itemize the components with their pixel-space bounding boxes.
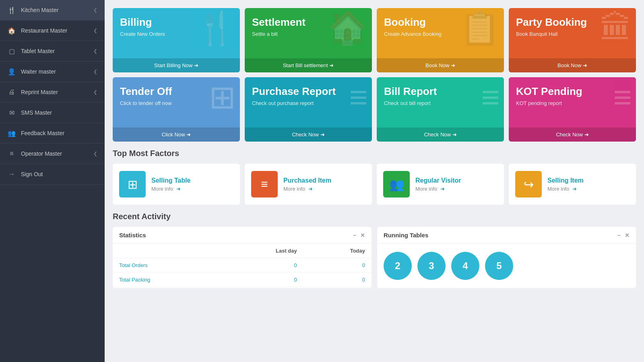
- card-purchase-report[interactable]: ≡ Purchase Report Check out purchase rep…: [245, 77, 372, 142]
- card-settlement[interactable]: 🏠 Settlement Settle a bill Start Bill se…: [245, 8, 372, 72]
- sms-master-icon: ✉: [7, 108, 16, 117]
- sidebar: 🍴 Kitchen Master ❮ 🏠 Restaurant Master ❮…: [0, 0, 105, 362]
- statistics-table: Last day Today Total Orders 0 0 Total Pa…: [113, 244, 372, 287]
- booking-action[interactable]: Book Now ➜: [377, 58, 504, 72]
- statistics-minimize[interactable]: −: [353, 232, 356, 239]
- regular-visitor-more-icon: ➜: [440, 186, 445, 192]
- regular-visitor-more[interactable]: More info ➜: [415, 186, 461, 192]
- sidebar-item-operator-master[interactable]: ≡ Operator Master ❮: [0, 144, 105, 164]
- sidebar-item-sms-master[interactable]: ✉ SMS Master: [0, 103, 105, 123]
- statistics-card: Statistics − ✕ Last day Today Total Orde…: [113, 227, 372, 288]
- table-row: Total Packing 0 0: [113, 273, 372, 287]
- bill-report-subtitle: Check out bill report: [384, 100, 497, 106]
- sidebar-item-tablet-master[interactable]: ▢ Tablet Master ❮: [0, 41, 105, 62]
- sidebar-label-waiter-master: Waiter master: [21, 68, 93, 75]
- regular-visitor-name: Regular Visitor: [415, 177, 461, 184]
- factors-grid: ⊞ Selling Table More info ➜ ≡ Purchased …: [113, 164, 636, 205]
- selling-item-more[interactable]: More info ➜: [547, 186, 584, 192]
- selling-item-more-icon: ➜: [572, 186, 577, 192]
- card-kot-pending[interactable]: ≡ KOT Pending KOT pending report Check N…: [509, 77, 636, 142]
- chevron-icon-reprint-master: ❮: [93, 89, 97, 95]
- settlement-title: Settlement: [252, 16, 365, 29]
- billing-action[interactable]: Start Billing Now ➜: [113, 58, 240, 72]
- factor-card-selling-table[interactable]: ⊞ Selling Table More info ➜: [113, 164, 240, 205]
- purchase-report-subtitle: Check out purchase report: [252, 100, 365, 106]
- selling-table-name: Selling Table: [151, 177, 191, 184]
- bill-report-title: Bill Report: [384, 85, 497, 98]
- purchase-report-action[interactable]: Check Now ➜: [245, 128, 372, 142]
- card-party-booking[interactable]: 🏛 Party Booking Book Banquit Hall Book N…: [509, 8, 636, 72]
- stat-today: 0: [303, 258, 372, 273]
- running-tables-circles: 2345: [377, 244, 636, 288]
- selling-table-icon: ⊞: [119, 171, 146, 197]
- sidebar-label-restaurant-master: Restaurant Master: [21, 27, 93, 34]
- statistics-title: Statistics: [119, 232, 146, 239]
- selling-table-more[interactable]: More info ➜: [151, 186, 191, 192]
- party-booking-action[interactable]: Book Now ➜: [509, 58, 636, 72]
- card-booking[interactable]: 📋 Booking Create Advance Booking Book No…: [377, 8, 504, 72]
- sidebar-label-reprint-master: Reprint Master: [21, 89, 93, 95]
- card-bill-report[interactable]: ≡ Bill Report Check out bill report Chec…: [377, 77, 504, 142]
- chevron-icon-restaurant-master: ❮: [93, 28, 97, 33]
- tender-off-title: Tender Off: [120, 85, 233, 98]
- purchased-item-more[interactable]: More info ➜: [283, 186, 331, 192]
- booking-title: Booking: [384, 16, 497, 29]
- settlement-action[interactable]: Start Bill settlement ➜: [245, 58, 372, 72]
- factor-card-selling-item[interactable]: ↪ Selling Item More info ➜: [509, 164, 636, 205]
- billing-subtitle: Create New Orders: [120, 31, 233, 37]
- selling-item-icon: ↪: [515, 171, 542, 197]
- tender-off-action[interactable]: Click Now ➜: [113, 128, 240, 142]
- stat-label: Total Orders: [113, 258, 220, 273]
- sidebar-item-waiter-master[interactable]: 👤 Waiter master ❮: [0, 62, 105, 82]
- kot-pending-action[interactable]: Check Now ➜: [509, 128, 636, 142]
- sidebar-item-restaurant-master[interactable]: 🏠 Restaurant Master ❮: [0, 21, 105, 41]
- party-booking-subtitle: Book Banquit Hall: [516, 31, 629, 37]
- selling-table-more-icon: ➜: [176, 186, 181, 192]
- running-tables-close[interactable]: ✕: [625, 232, 630, 239]
- activity-section-title: Recent Activity: [113, 212, 636, 221]
- sidebar-item-kitchen-master[interactable]: 🍴 Kitchen Master ❮: [0, 0, 105, 21]
- card-billing[interactable]: 🍴 Billing Create New Orders Start Billin…: [113, 8, 240, 72]
- running-tables-minimize[interactable]: −: [617, 232, 621, 239]
- table-circle-3[interactable]: 3: [417, 252, 446, 280]
- factor-card-purchased-item[interactable]: ≡ Purchased Item More info ➜: [245, 164, 372, 205]
- card-tender-off[interactable]: ⊞ Tender Off Click to tender off now Cli…: [113, 77, 240, 142]
- table-circle-2[interactable]: 2: [384, 252, 412, 280]
- purchased-item-info: Purchased Item More info ➜: [283, 177, 331, 192]
- running-tables-header: Running Tables − ✕: [377, 227, 636, 244]
- top-most-section-title: Top Most Factors: [113, 149, 636, 158]
- regular-visitor-icon: 👥: [383, 171, 410, 197]
- reprint-master-icon: 🖨: [7, 88, 16, 97]
- statistics-header: Statistics − ✕: [113, 227, 372, 244]
- sidebar-item-feedback-master[interactable]: 👥 Feedback Master: [0, 123, 105, 144]
- table-circle-4[interactable]: 4: [451, 252, 479, 280]
- chevron-icon-kitchen-master: ❮: [93, 7, 97, 13]
- chevron-icon-operator-master: ❮: [93, 151, 97, 156]
- top-cards-grid: 🍴 Billing Create New Orders Start Billin…: [113, 8, 636, 142]
- chevron-icon-waiter-master: ❮: [93, 69, 97, 74]
- activity-grid: Statistics − ✕ Last day Today Total Orde…: [113, 227, 636, 288]
- bill-report-action[interactable]: Check Now ➜: [377, 128, 504, 142]
- kot-pending-subtitle: KOT pending report: [516, 100, 629, 106]
- sidebar-item-sign-out[interactable]: → Sign Out: [0, 164, 105, 185]
- purchase-report-title: Purchase Report: [252, 85, 365, 98]
- sidebar-item-reprint-master[interactable]: 🖨 Reprint Master ❮: [0, 82, 105, 103]
- purchased-item-name: Purchased Item: [283, 177, 331, 184]
- factor-card-regular-visitor[interactable]: 👥 Regular Visitor More info ➜: [377, 164, 504, 205]
- tablet-master-icon: ▢: [7, 47, 16, 56]
- statistics-close[interactable]: ✕: [360, 232, 365, 239]
- kot-pending-title: KOT Pending: [516, 85, 629, 98]
- regular-visitor-info: Regular Visitor More info ➜: [415, 177, 461, 192]
- sidebar-label-tablet-master: Tablet Master: [21, 48, 93, 54]
- sidebar-label-sms-master: SMS Master: [21, 109, 97, 116]
- stats-col-lastday: Last day: [220, 244, 303, 258]
- sidebar-label-kitchen-master: Kitchen Master: [21, 7, 93, 13]
- statistics-controls: − ✕: [353, 232, 365, 239]
- sidebar-label-feedback-master: Feedback Master: [21, 130, 97, 136]
- tender-off-subtitle: Click to tender off now: [120, 100, 233, 106]
- running-tables-controls: − ✕: [617, 232, 630, 239]
- stats-col-label: [113, 244, 220, 258]
- table-circle-5[interactable]: 5: [485, 252, 513, 280]
- running-tables-card: Running Tables − ✕ 2345: [377, 227, 636, 288]
- settlement-subtitle: Settle a bill: [252, 31, 365, 37]
